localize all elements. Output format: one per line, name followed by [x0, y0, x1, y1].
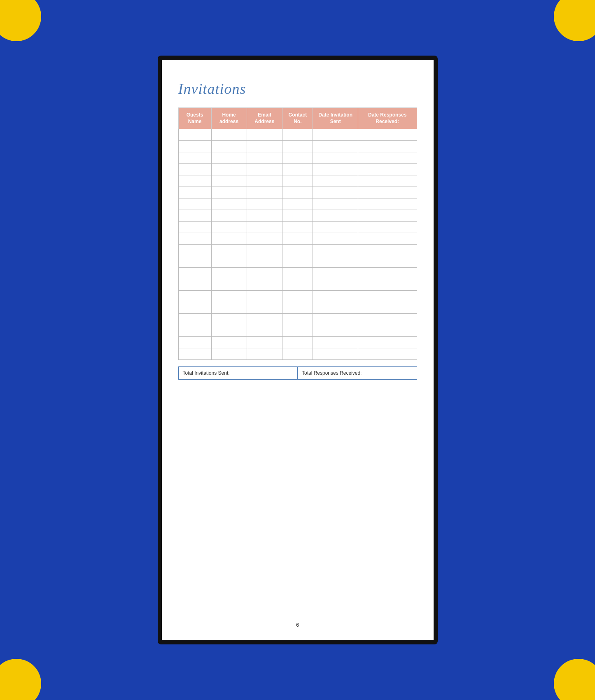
table-cell[interactable]	[313, 233, 358, 245]
table-cell[interactable]	[313, 314, 358, 325]
table-cell[interactable]	[247, 279, 282, 291]
table-cell[interactable]	[211, 325, 247, 337]
table-cell[interactable]	[282, 325, 313, 337]
table-cell[interactable]	[282, 222, 313, 233]
table-cell[interactable]	[313, 152, 358, 164]
table-cell[interactable]	[178, 337, 211, 348]
table-cell[interactable]	[178, 222, 211, 233]
table-cell[interactable]	[247, 152, 282, 164]
table-cell[interactable]	[178, 164, 211, 175]
table-cell[interactable]	[211, 268, 247, 279]
table-cell[interactable]	[358, 222, 417, 233]
table-cell[interactable]	[282, 164, 313, 175]
table-cell[interactable]	[358, 291, 417, 302]
table-cell[interactable]	[178, 302, 211, 314]
table-cell[interactable]	[313, 187, 358, 198]
table-cell[interactable]	[282, 141, 313, 152]
table-cell[interactable]	[247, 233, 282, 245]
table-cell[interactable]	[358, 348, 417, 360]
table-cell[interactable]	[358, 164, 417, 175]
table-cell[interactable]	[313, 222, 358, 233]
table-cell[interactable]	[247, 198, 282, 210]
table-cell[interactable]	[247, 175, 282, 187]
table-cell[interactable]	[211, 187, 247, 198]
table-cell[interactable]	[282, 302, 313, 314]
table-cell[interactable]	[247, 210, 282, 222]
table-cell[interactable]	[358, 256, 417, 268]
table-cell[interactable]	[313, 198, 358, 210]
table-cell[interactable]	[247, 268, 282, 279]
table-cell[interactable]	[211, 222, 247, 233]
table-cell[interactable]	[247, 245, 282, 256]
table-cell[interactable]	[282, 256, 313, 268]
table-cell[interactable]	[358, 233, 417, 245]
table-cell[interactable]	[211, 314, 247, 325]
table-cell[interactable]	[358, 325, 417, 337]
table-cell[interactable]	[247, 164, 282, 175]
table-cell[interactable]	[211, 279, 247, 291]
table-cell[interactable]	[178, 291, 211, 302]
table-cell[interactable]	[211, 348, 247, 360]
table-cell[interactable]	[211, 302, 247, 314]
table-cell[interactable]	[282, 210, 313, 222]
table-cell[interactable]	[282, 279, 313, 291]
table-cell[interactable]	[247, 222, 282, 233]
table-cell[interactable]	[178, 325, 211, 337]
table-cell[interactable]	[313, 129, 358, 141]
table-cell[interactable]	[358, 152, 417, 164]
table-cell[interactable]	[313, 279, 358, 291]
table-cell[interactable]	[178, 141, 211, 152]
table-cell[interactable]	[313, 210, 358, 222]
table-cell[interactable]	[313, 325, 358, 337]
table-cell[interactable]	[247, 337, 282, 348]
table-cell[interactable]	[247, 187, 282, 198]
table-cell[interactable]	[358, 175, 417, 187]
table-cell[interactable]	[282, 152, 313, 164]
table-cell[interactable]	[247, 291, 282, 302]
table-cell[interactable]	[178, 279, 211, 291]
table-cell[interactable]	[211, 210, 247, 222]
table-cell[interactable]	[178, 233, 211, 245]
table-cell[interactable]	[178, 245, 211, 256]
table-cell[interactable]	[282, 233, 313, 245]
table-cell[interactable]	[313, 175, 358, 187]
table-cell[interactable]	[178, 210, 211, 222]
table-cell[interactable]	[313, 268, 358, 279]
table-cell[interactable]	[358, 302, 417, 314]
table-cell[interactable]	[282, 187, 313, 198]
table-cell[interactable]	[178, 187, 211, 198]
table-cell[interactable]	[313, 256, 358, 268]
table-cell[interactable]	[282, 314, 313, 325]
table-cell[interactable]	[358, 279, 417, 291]
table-cell[interactable]	[358, 268, 417, 279]
table-cell[interactable]	[211, 256, 247, 268]
table-cell[interactable]	[282, 198, 313, 210]
table-cell[interactable]	[282, 337, 313, 348]
table-cell[interactable]	[282, 245, 313, 256]
table-cell[interactable]	[247, 129, 282, 141]
table-cell[interactable]	[211, 291, 247, 302]
table-cell[interactable]	[313, 164, 358, 175]
table-cell[interactable]	[211, 175, 247, 187]
table-cell[interactable]	[282, 268, 313, 279]
table-cell[interactable]	[282, 129, 313, 141]
table-cell[interactable]	[313, 245, 358, 256]
table-cell[interactable]	[247, 348, 282, 360]
table-cell[interactable]	[247, 141, 282, 152]
table-cell[interactable]	[358, 314, 417, 325]
table-cell[interactable]	[282, 175, 313, 187]
table-cell[interactable]	[211, 245, 247, 256]
table-cell[interactable]	[313, 291, 358, 302]
table-cell[interactable]	[282, 348, 313, 360]
table-cell[interactable]	[178, 152, 211, 164]
table-cell[interactable]	[211, 141, 247, 152]
table-cell[interactable]	[211, 129, 247, 141]
table-cell[interactable]	[247, 325, 282, 337]
table-cell[interactable]	[358, 141, 417, 152]
table-cell[interactable]	[178, 129, 211, 141]
table-cell[interactable]	[211, 233, 247, 245]
table-cell[interactable]	[313, 337, 358, 348]
table-cell[interactable]	[358, 198, 417, 210]
table-cell[interactable]	[178, 314, 211, 325]
table-cell[interactable]	[178, 256, 211, 268]
